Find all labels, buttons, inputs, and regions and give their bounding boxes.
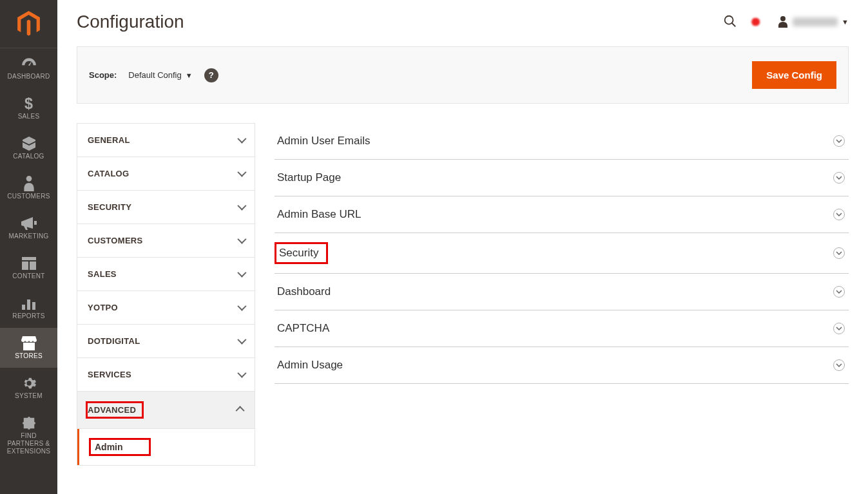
sidebar-item-label: CATALOG	[10, 153, 46, 160]
sidebar-item-label: FIND PARTNERS & EXTENSIONS	[0, 432, 57, 455]
section-title: Startup Page	[277, 171, 341, 184]
section-admin-base-url[interactable]: Admin Base URL	[275, 196, 849, 233]
expand-icon	[833, 135, 845, 147]
section-captcha[interactable]: CAPTCHA	[275, 310, 849, 347]
sidebar-item-label: CONTENT	[10, 272, 47, 280]
main-content: Configuration ▼ Scope: Default Config ▼ …	[57, 0, 868, 491]
gear-icon	[22, 374, 36, 392]
config-group-customers[interactable]: CUSTOMERS	[77, 224, 255, 258]
section-startup-page[interactable]: Startup Page	[275, 160, 849, 196]
config-group-label: CATALOG	[88, 169, 129, 178]
page-header: Configuration ▼	[57, 0, 868, 46]
svg-line-2	[732, 23, 736, 26]
scope-bar: Scope: Default Config ▼ ? Save Config	[77, 46, 849, 104]
megaphone-icon	[21, 214, 37, 233]
layout-icon	[22, 254, 36, 272]
sidebar-item-content[interactable]: CONTENT	[0, 248, 57, 288]
section-admin-user-emails[interactable]: Admin User Emails	[275, 123, 849, 160]
box-icon	[21, 135, 37, 153]
config-content: GENERAL CATALOG SECURITY CUSTOMERS SALES…	[77, 123, 849, 466]
expand-icon	[833, 359, 845, 371]
storefront-icon	[21, 334, 37, 352]
config-group-label: YOTPO	[88, 303, 118, 312]
section-title: CAPTCHA	[277, 322, 329, 335]
svg-point-1	[725, 15, 733, 24]
config-group-yotpo[interactable]: YOTPO	[77, 291, 255, 325]
sidebar-item-reports[interactable]: REPORTS	[0, 288, 57, 328]
notification-indicator[interactable]	[750, 16, 764, 28]
magento-logo[interactable]	[0, 0, 57, 48]
chevron-down-icon	[238, 135, 244, 145]
sidebar-item-catalog[interactable]: CATALOG	[0, 128, 57, 168]
help-icon[interactable]: ?	[204, 68, 218, 82]
config-group-label: DOTDIGITAL	[88, 336, 140, 346]
config-subitem-label: Admin	[95, 442, 123, 452]
section-title: Admin Base URL	[277, 208, 361, 221]
sidebar-item-stores[interactable]: STORES	[0, 328, 57, 368]
person-icon	[23, 175, 35, 193]
chevron-down-icon	[238, 236, 244, 245]
sidebar-item-customers[interactable]: CUSTOMERS	[0, 168, 57, 208]
config-group-security[interactable]: SECURITY	[77, 191, 255, 224]
sidebar-item-label: DASHBOARD	[5, 73, 52, 81]
scope-selected-value: Default Config	[128, 70, 181, 80]
expand-icon	[833, 172, 845, 184]
sidebar-item-label: REPORTS	[10, 312, 47, 320]
config-group-label: CUSTOMERS	[88, 236, 143, 245]
chevron-down-icon	[238, 303, 244, 312]
bar-chart-icon	[22, 294, 36, 312]
config-group-dotdigital[interactable]: DOTDIGITAL	[77, 325, 255, 358]
scope-select[interactable]: Default Config ▼	[128, 70, 192, 80]
config-sections: Admin User Emails Startup Page Admin Bas…	[275, 123, 849, 384]
chevron-down-icon	[238, 269, 244, 279]
config-group-advanced-items: Admin	[77, 429, 255, 465]
caret-down-icon: ▼	[842, 18, 849, 26]
section-title: Dashboard	[277, 285, 331, 298]
admin-sidebar: DASHBOARD $ SALES CATALOG CUSTOMERS MARK…	[0, 0, 57, 491]
sidebar-item-sales[interactable]: $ SALES	[0, 88, 57, 128]
section-title: Admin User Emails	[277, 135, 371, 147]
config-group-catalog[interactable]: CATALOG	[77, 157, 255, 191]
account-menu[interactable]: ▼	[777, 16, 849, 28]
sidebar-item-label: CUSTOMERS	[5, 193, 52, 200]
chevron-down-icon	[238, 370, 244, 379]
caret-down-icon: ▼	[186, 71, 193, 79]
chevron-down-icon	[238, 336, 244, 346]
config-group-sales[interactable]: SALES	[77, 258, 255, 291]
expand-icon	[833, 323, 845, 334]
save-config-button[interactable]: Save Config	[752, 61, 836, 89]
header-actions: ▼	[723, 14, 849, 30]
account-name	[793, 17, 838, 26]
section-admin-usage[interactable]: Admin Usage	[275, 347, 849, 384]
config-group-general[interactable]: GENERAL	[77, 124, 255, 157]
config-group-label: SERVICES	[88, 370, 131, 379]
sidebar-item-label: STORES	[12, 352, 45, 360]
expand-icon	[833, 247, 845, 259]
section-dashboard[interactable]: Dashboard	[275, 274, 849, 310]
svg-text:$: $	[24, 96, 33, 111]
section-title: Security	[279, 247, 318, 259]
chevron-down-icon	[238, 169, 244, 178]
highlight-admin: Admin	[89, 438, 151, 456]
config-group-label: SALES	[88, 269, 117, 279]
config-subitem-admin[interactable]: Admin	[77, 429, 255, 465]
highlight-advanced: ADVANCED	[86, 401, 144, 419]
puzzle-icon	[22, 414, 36, 432]
chevron-down-icon	[238, 202, 244, 212]
sidebar-item-dashboard[interactable]: DASHBOARD	[0, 48, 57, 88]
config-group-label: ADVANCED	[88, 405, 136, 415]
sidebar-item-label: MARKETING	[6, 233, 51, 240]
chevron-up-icon	[238, 405, 244, 415]
sidebar-item-marketing[interactable]: MARKETING	[0, 208, 57, 248]
sidebar-item-partners[interactable]: FIND PARTNERS & EXTENSIONS	[0, 408, 57, 463]
page-title: Configuration	[77, 12, 184, 32]
sidebar-item-system[interactable]: SYSTEM	[0, 368, 57, 408]
config-group-services[interactable]: SERVICES	[77, 358, 255, 392]
expand-icon	[833, 209, 845, 220]
search-icon[interactable]	[723, 14, 737, 30]
sidebar-item-label: SYSTEM	[12, 392, 45, 400]
section-security[interactable]: Security	[275, 233, 849, 274]
gauge-icon	[21, 55, 37, 73]
config-group-label: GENERAL	[88, 135, 130, 145]
config-group-advanced[interactable]: ADVANCED	[77, 392, 255, 429]
